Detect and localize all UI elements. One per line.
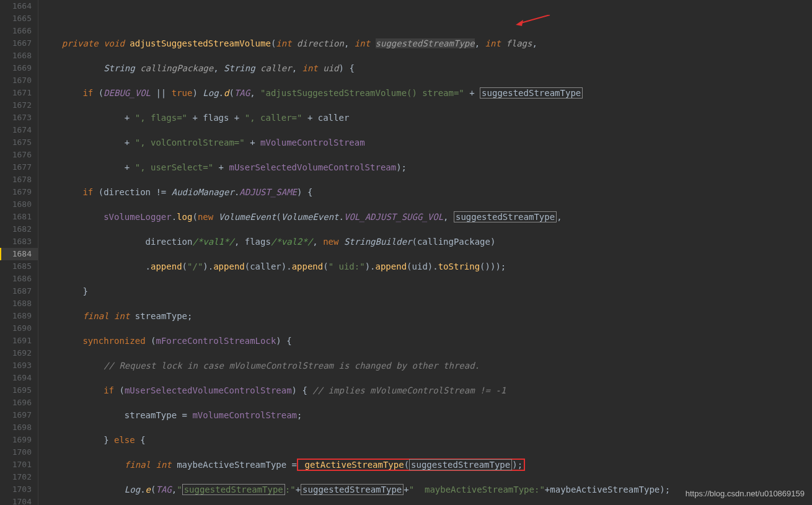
line-number: 1668 (0, 50, 38, 62)
line-number: 1664 (0, 0, 38, 12)
code-line[interactable]: // Request lock in case mVolumeControlSt… (41, 359, 812, 372)
code-line[interactable]: if (mUserSelectedVolumeControlStream) { … (41, 384, 812, 397)
code-line[interactable]: if (direction != AudioManager.ADJUST_SAM… (41, 186, 812, 198)
watermark-text: https://blog.csdn.net/u010869159 (686, 488, 805, 500)
line-number: 1689 (0, 310, 38, 322)
line-number: 1687 (0, 285, 38, 297)
line-number: 1697 (0, 409, 38, 421)
line-number: 1698 (0, 421, 38, 434)
line-number: 1695 (0, 384, 38, 397)
line-number: 1703 (0, 483, 38, 496)
line-number: 1679 (0, 186, 38, 198)
line-number: 1675 (0, 136, 38, 149)
line-number: 1672 (0, 99, 38, 112)
line-number: 1685 (0, 260, 38, 273)
line-number: 1665 (0, 12, 38, 25)
code-line[interactable]: + ", userSelect=" + mUserSelectedVolumeC… (41, 161, 812, 173)
line-number-current: 1684 (0, 248, 38, 260)
code-line[interactable]: streamType = mVolumeControlStream; (41, 409, 812, 421)
line-number: 1666 (0, 25, 38, 37)
line-number: 1673 (0, 112, 38, 124)
line-number: 1702 (0, 471, 38, 483)
line-gutter: 1664 1665 1666 1667 1668 1669 1670 1671 … (0, 0, 38, 505)
line-number: 1691 (0, 335, 38, 347)
code-line[interactable] (41, 12, 812, 25)
code-line[interactable]: final int streamType; (41, 310, 812, 322)
line-number: 1696 (0, 397, 38, 409)
line-number: 1681 (0, 211, 38, 223)
code-line[interactable]: + ", volControlStream=" + mVolumeControl… (41, 136, 812, 149)
line-number: 1670 (0, 74, 38, 87)
line-number: 1704 (0, 496, 38, 505)
line-number: 1692 (0, 347, 38, 359)
line-number: 1699 (0, 434, 38, 446)
line-number: 1686 (0, 273, 38, 285)
line-number: 1667 (0, 37, 38, 50)
code-editor[interactable]: 1664 1665 1666 1667 1668 1669 1670 1671 … (0, 0, 812, 505)
code-line[interactable]: if (DEBUG_VOL || true) Log.d(TAG, "adjus… (41, 87, 812, 99)
code-line[interactable]: String callingPackage, String caller, in… (41, 62, 812, 74)
code-line[interactable]: private void adjustSuggestedStreamVolume… (41, 37, 812, 50)
line-number: 1682 (0, 223, 38, 235)
line-number: 1693 (0, 359, 38, 372)
code-line[interactable]: final int maybeActiveStreamType = getAct… (41, 459, 812, 471)
line-number: 1677 (0, 161, 38, 173)
code-line[interactable]: sVolumeLogger.log(new VolumeEvent(Volume… (41, 211, 812, 223)
line-number: 1671 (0, 87, 38, 99)
line-number: 1680 (0, 198, 38, 211)
line-number: 1701 (0, 459, 38, 471)
line-number: 1674 (0, 124, 38, 136)
line-number: 1676 (0, 149, 38, 161)
code-line[interactable]: + ", flags=" + flags + ", caller=" + cal… (41, 112, 812, 124)
line-number: 1688 (0, 297, 38, 310)
line-number: 1669 (0, 62, 38, 74)
code-content[interactable]: private void adjustSuggestedStreamVolume… (38, 0, 812, 505)
code-line[interactable]: } else { (41, 434, 812, 446)
code-line[interactable]: direction/*val1*/, flags/*val2*/, new St… (41, 235, 812, 248)
highlight-redbox: getActiveStreamType(suggestedStreamType)… (297, 459, 525, 471)
line-number: 1678 (0, 173, 38, 186)
line-number: 1683 (0, 235, 38, 248)
code-line[interactable]: } (41, 285, 812, 297)
line-number: 1694 (0, 372, 38, 384)
line-number: 1690 (0, 322, 38, 335)
code-line[interactable]: .append("/").append(caller).append(" uid… (41, 260, 812, 273)
code-line[interactable]: synchronized (mForceControlStreamLock) { (41, 335, 812, 347)
line-number: 1700 (0, 446, 38, 459)
